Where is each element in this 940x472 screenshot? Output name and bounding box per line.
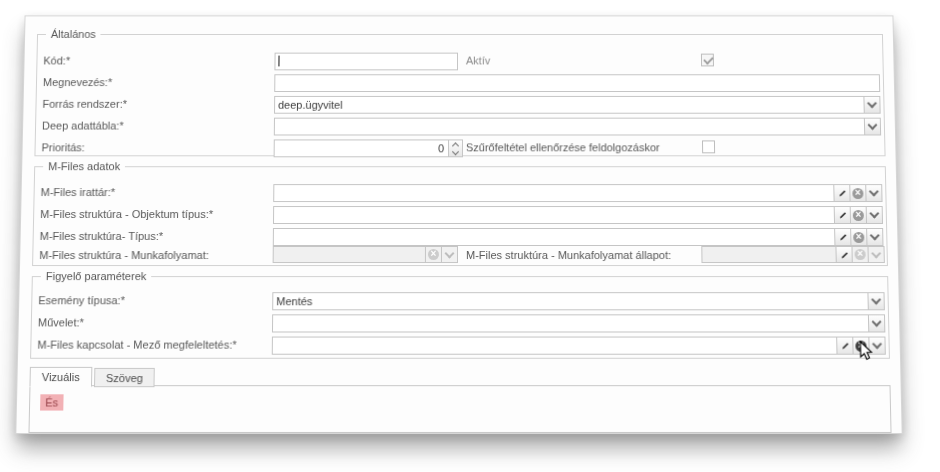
kapcsolat-combo[interactable]	[272, 337, 886, 355]
clear-circle-icon	[852, 188, 863, 199]
aktiv-checkbox	[701, 54, 714, 67]
allapot-edit-button[interactable]	[835, 247, 851, 262]
irattar-clear-button[interactable]	[849, 185, 865, 201]
group-general-title: Általános	[46, 28, 101, 40]
kapcsolat-label: M-Files kapcsolat - Mező megfeleltetés:*	[37, 339, 236, 351]
pencil-icon	[838, 232, 848, 242]
tab-szoveg[interactable]: Szöveg	[94, 368, 156, 387]
chevron-down-icon	[445, 248, 455, 258]
filter-and-badge[interactable]: És	[40, 394, 63, 410]
allapot-label: M-Files struktúra - Munkafolyamat állapo…	[466, 249, 671, 261]
irattar-dropdown-button[interactable]	[865, 185, 881, 201]
chevron-down-icon	[872, 317, 882, 327]
szuro-label: Szűrőfeltétel ellenőrzése feldolgozáskor	[466, 141, 660, 153]
kod-label: Kód:*	[43, 55, 70, 67]
szuro-checkbox[interactable]	[702, 140, 715, 153]
irattar-combo[interactable]	[273, 184, 882, 202]
esemeny-dropdown[interactable]: Mentés	[272, 292, 885, 310]
prioritas-label: Prioritás:	[41, 141, 84, 153]
filter-tab-panel: És	[28, 385, 891, 433]
forras-dropdown-value[interactable]: deep.ügyvitel	[275, 97, 864, 113]
clear-circle-icon	[855, 249, 866, 260]
esemeny-dropdown-value[interactable]: Mentés	[273, 293, 868, 309]
irattar-combo-value[interactable]	[274, 185, 833, 201]
prioritas-value[interactable]: 0	[275, 140, 448, 156]
check-icon	[703, 54, 713, 64]
kod-input[interactable]	[274, 53, 458, 71]
mouse-cursor	[859, 341, 874, 361]
clear-circle-icon	[428, 249, 439, 260]
chevron-down-icon	[870, 231, 880, 241]
chevron-down-icon	[867, 98, 877, 108]
esemeny-dropdown-button[interactable]	[867, 293, 883, 309]
munkafolyamat-combo	[273, 246, 458, 263]
filter-tabstrip: Vizuális Szöveg	[29, 367, 157, 387]
forras-label: Forrás rendszer:*	[42, 98, 127, 110]
pencil-icon	[837, 210, 847, 220]
irattar-edit-button[interactable]	[833, 185, 849, 201]
tipus-label: M-Files struktúra- Típus:*	[40, 230, 164, 242]
esemeny-label: Esemény típusa:*	[38, 294, 125, 306]
allapot-combo-value	[702, 247, 835, 262]
clear-circle-icon	[853, 210, 864, 221]
objektum-combo[interactable]	[273, 206, 883, 224]
clear-circle-icon	[853, 231, 864, 242]
group-watcher-title: Figyelő paraméterek	[41, 270, 152, 282]
munkafolyamat-clear-button	[425, 247, 441, 262]
chevron-down-icon	[869, 209, 879, 219]
megnevezes-input[interactable]	[274, 74, 880, 92]
tipus-combo-value[interactable]	[274, 229, 835, 245]
chevron-down-icon	[871, 248, 881, 258]
screenshot-stage: Általános Kód:* Aktív Megnevezés:* Forrá…	[0, 0, 940, 472]
objektum-dropdown-button[interactable]	[866, 207, 882, 223]
tipus-clear-button[interactable]	[850, 229, 866, 245]
objektum-clear-button[interactable]	[850, 207, 866, 223]
kapcsolat-combo-value[interactable]	[273, 338, 837, 354]
munkafolyamat-dropdown-button	[441, 247, 457, 262]
tab-vizualis[interactable]: Vizuális	[29, 367, 92, 387]
objektum-label: M-Files struktúra - Objektum típus:*	[40, 208, 213, 220]
muvelet-label: Művelet:*	[38, 316, 84, 328]
chevron-down-icon	[869, 187, 879, 197]
chevron-down-icon	[871, 295, 881, 305]
spin-up-button[interactable]	[449, 140, 462, 148]
pencil-icon	[840, 341, 850, 351]
aktiv-label: Aktív	[466, 55, 490, 67]
megnevezes-label: Megnevezés:*	[43, 76, 112, 88]
kod-input-text[interactable]	[275, 54, 457, 70]
deep-dropdown[interactable]	[274, 118, 881, 136]
tipus-dropdown-button[interactable]	[866, 229, 882, 245]
group-mfiles-title: M-Files adatok	[43, 160, 125, 172]
pencil-icon	[837, 188, 847, 198]
muvelet-dropdown[interactable]	[272, 314, 885, 332]
deep-dropdown-button[interactable]	[864, 119, 880, 135]
megnevezes-input-text[interactable]	[275, 75, 879, 91]
text-caret	[278, 56, 279, 67]
spinner-buttons	[448, 140, 462, 156]
deep-label: Deep adattábla:*	[42, 120, 124, 132]
pencil-icon	[839, 250, 849, 260]
chevron-down-icon	[868, 120, 878, 130]
objektum-combo-value[interactable]	[274, 207, 834, 223]
kapcsolat-edit-button[interactable]	[836, 338, 852, 354]
form-window: Általános Kód:* Aktív Megnevezés:* Forrá…	[15, 15, 902, 434]
tipus-edit-button[interactable]	[834, 229, 850, 245]
allapot-clear-button	[851, 247, 867, 262]
muvelet-dropdown-value[interactable]	[273, 315, 868, 331]
muvelet-dropdown-button[interactable]	[868, 315, 884, 331]
allapot-combo	[701, 246, 885, 263]
munkafolyamat-label: M-Files struktúra - Munkafolyamat:	[39, 249, 209, 261]
objektum-edit-button[interactable]	[834, 207, 850, 223]
forras-dropdown[interactable]: deep.ügyvitel	[274, 96, 881, 114]
prioritas-spinner[interactable]: 0	[274, 139, 463, 157]
chevron-down-icon	[452, 148, 459, 155]
tipus-combo[interactable]	[273, 228, 884, 246]
deep-dropdown-value[interactable]	[275, 119, 864, 135]
allapot-dropdown-button	[868, 247, 884, 262]
munkafolyamat-combo-value	[274, 247, 425, 262]
irattar-label: M-Files irattár:*	[41, 186, 116, 198]
forras-dropdown-button[interactable]	[863, 97, 879, 113]
spin-down-button[interactable]	[449, 148, 462, 156]
